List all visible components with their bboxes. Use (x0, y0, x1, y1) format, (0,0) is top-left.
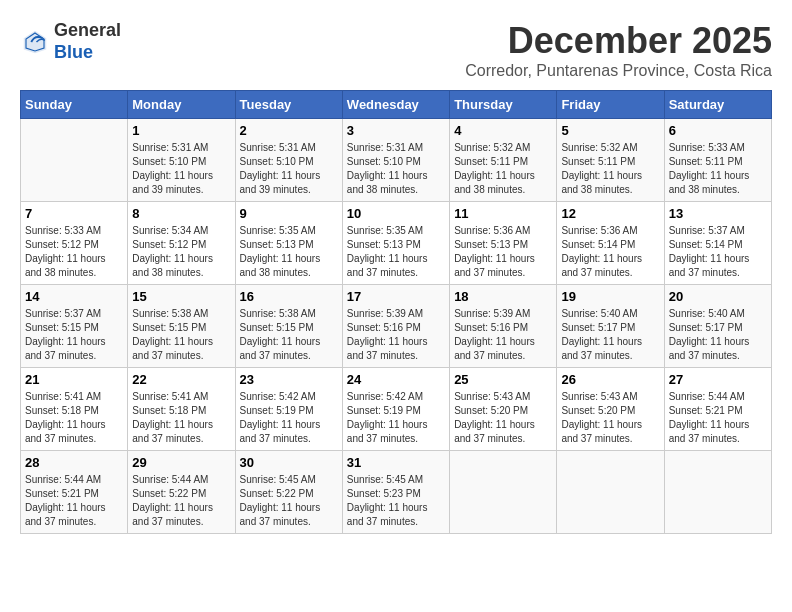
day-info: Sunrise: 5:35 AMSunset: 5:13 PMDaylight:… (240, 224, 338, 280)
day-info: Sunrise: 5:32 AMSunset: 5:11 PMDaylight:… (454, 141, 552, 197)
calendar-day-cell: 15Sunrise: 5:38 AMSunset: 5:15 PMDayligh… (128, 285, 235, 368)
day-info: Sunrise: 5:42 AMSunset: 5:19 PMDaylight:… (240, 390, 338, 446)
calendar-day-cell (664, 451, 771, 534)
day-number: 31 (347, 455, 445, 470)
calendar-day-cell: 29Sunrise: 5:44 AMSunset: 5:22 PMDayligh… (128, 451, 235, 534)
weekday-header-cell: Wednesday (342, 91, 449, 119)
logo: General Blue (20, 20, 121, 63)
month-title: December 2025 (465, 20, 772, 62)
day-number: 28 (25, 455, 123, 470)
calendar-day-cell: 4Sunrise: 5:32 AMSunset: 5:11 PMDaylight… (450, 119, 557, 202)
day-info: Sunrise: 5:42 AMSunset: 5:19 PMDaylight:… (347, 390, 445, 446)
calendar-day-cell: 1Sunrise: 5:31 AMSunset: 5:10 PMDaylight… (128, 119, 235, 202)
day-number: 13 (669, 206, 767, 221)
day-info: Sunrise: 5:45 AMSunset: 5:22 PMDaylight:… (240, 473, 338, 529)
weekday-header-cell: Sunday (21, 91, 128, 119)
day-number: 10 (347, 206, 445, 221)
calendar-day-cell (450, 451, 557, 534)
day-number: 23 (240, 372, 338, 387)
day-info: Sunrise: 5:41 AMSunset: 5:18 PMDaylight:… (25, 390, 123, 446)
calendar-day-cell: 10Sunrise: 5:35 AMSunset: 5:13 PMDayligh… (342, 202, 449, 285)
logo-blue-text: Blue (54, 42, 93, 62)
day-info: Sunrise: 5:39 AMSunset: 5:16 PMDaylight:… (454, 307, 552, 363)
day-info: Sunrise: 5:31 AMSunset: 5:10 PMDaylight:… (132, 141, 230, 197)
day-info: Sunrise: 5:37 AMSunset: 5:14 PMDaylight:… (669, 224, 767, 280)
day-info: Sunrise: 5:31 AMSunset: 5:10 PMDaylight:… (347, 141, 445, 197)
svg-marker-0 (24, 30, 47, 53)
day-number: 20 (669, 289, 767, 304)
calendar-day-cell: 6Sunrise: 5:33 AMSunset: 5:11 PMDaylight… (664, 119, 771, 202)
day-info: Sunrise: 5:32 AMSunset: 5:11 PMDaylight:… (561, 141, 659, 197)
calendar-week-row: 14Sunrise: 5:37 AMSunset: 5:15 PMDayligh… (21, 285, 772, 368)
calendar-day-cell (21, 119, 128, 202)
day-number: 9 (240, 206, 338, 221)
calendar-day-cell: 24Sunrise: 5:42 AMSunset: 5:19 PMDayligh… (342, 368, 449, 451)
day-info: Sunrise: 5:31 AMSunset: 5:10 PMDaylight:… (240, 141, 338, 197)
day-info: Sunrise: 5:33 AMSunset: 5:12 PMDaylight:… (25, 224, 123, 280)
day-number: 25 (454, 372, 552, 387)
weekday-header-cell: Friday (557, 91, 664, 119)
weekday-header-cell: Thursday (450, 91, 557, 119)
day-number: 27 (669, 372, 767, 387)
day-number: 1 (132, 123, 230, 138)
calendar-day-cell: 14Sunrise: 5:37 AMSunset: 5:15 PMDayligh… (21, 285, 128, 368)
calendar-body: 1Sunrise: 5:31 AMSunset: 5:10 PMDaylight… (21, 119, 772, 534)
day-number: 8 (132, 206, 230, 221)
calendar-day-cell: 27Sunrise: 5:44 AMSunset: 5:21 PMDayligh… (664, 368, 771, 451)
day-number: 7 (25, 206, 123, 221)
logo-general-text: General (54, 20, 121, 40)
calendar-day-cell: 8Sunrise: 5:34 AMSunset: 5:12 PMDaylight… (128, 202, 235, 285)
calendar-table: SundayMondayTuesdayWednesdayThursdayFrid… (20, 90, 772, 534)
day-number: 12 (561, 206, 659, 221)
calendar-day-cell: 31Sunrise: 5:45 AMSunset: 5:23 PMDayligh… (342, 451, 449, 534)
calendar-week-row: 1Sunrise: 5:31 AMSunset: 5:10 PMDaylight… (21, 119, 772, 202)
day-info: Sunrise: 5:40 AMSunset: 5:17 PMDaylight:… (561, 307, 659, 363)
calendar-week-row: 28Sunrise: 5:44 AMSunset: 5:21 PMDayligh… (21, 451, 772, 534)
location-title: Corredor, Puntarenas Province, Costa Ric… (465, 62, 772, 80)
day-number: 26 (561, 372, 659, 387)
day-number: 21 (25, 372, 123, 387)
day-number: 17 (347, 289, 445, 304)
calendar-day-cell: 23Sunrise: 5:42 AMSunset: 5:19 PMDayligh… (235, 368, 342, 451)
day-info: Sunrise: 5:34 AMSunset: 5:12 PMDaylight:… (132, 224, 230, 280)
day-info: Sunrise: 5:43 AMSunset: 5:20 PMDaylight:… (561, 390, 659, 446)
calendar-day-cell: 18Sunrise: 5:39 AMSunset: 5:16 PMDayligh… (450, 285, 557, 368)
logo-icon (20, 27, 50, 57)
day-number: 16 (240, 289, 338, 304)
day-number: 19 (561, 289, 659, 304)
day-number: 22 (132, 372, 230, 387)
day-info: Sunrise: 5:44 AMSunset: 5:22 PMDaylight:… (132, 473, 230, 529)
calendar-week-row: 7Sunrise: 5:33 AMSunset: 5:12 PMDaylight… (21, 202, 772, 285)
weekday-header-cell: Monday (128, 91, 235, 119)
day-info: Sunrise: 5:39 AMSunset: 5:16 PMDaylight:… (347, 307, 445, 363)
calendar-week-row: 21Sunrise: 5:41 AMSunset: 5:18 PMDayligh… (21, 368, 772, 451)
day-number: 6 (669, 123, 767, 138)
weekday-header-cell: Saturday (664, 91, 771, 119)
day-info: Sunrise: 5:41 AMSunset: 5:18 PMDaylight:… (132, 390, 230, 446)
calendar-day-cell (557, 451, 664, 534)
day-number: 15 (132, 289, 230, 304)
calendar-day-cell: 12Sunrise: 5:36 AMSunset: 5:14 PMDayligh… (557, 202, 664, 285)
day-number: 18 (454, 289, 552, 304)
day-number: 11 (454, 206, 552, 221)
calendar-day-cell: 21Sunrise: 5:41 AMSunset: 5:18 PMDayligh… (21, 368, 128, 451)
calendar-day-cell: 2Sunrise: 5:31 AMSunset: 5:10 PMDaylight… (235, 119, 342, 202)
day-number: 2 (240, 123, 338, 138)
calendar-day-cell: 16Sunrise: 5:38 AMSunset: 5:15 PMDayligh… (235, 285, 342, 368)
calendar-day-cell: 28Sunrise: 5:44 AMSunset: 5:21 PMDayligh… (21, 451, 128, 534)
day-number: 5 (561, 123, 659, 138)
day-info: Sunrise: 5:35 AMSunset: 5:13 PMDaylight:… (347, 224, 445, 280)
day-number: 30 (240, 455, 338, 470)
day-number: 14 (25, 289, 123, 304)
day-info: Sunrise: 5:36 AMSunset: 5:14 PMDaylight:… (561, 224, 659, 280)
calendar-day-cell: 17Sunrise: 5:39 AMSunset: 5:16 PMDayligh… (342, 285, 449, 368)
calendar-day-cell: 11Sunrise: 5:36 AMSunset: 5:13 PMDayligh… (450, 202, 557, 285)
day-number: 29 (132, 455, 230, 470)
calendar-day-cell: 9Sunrise: 5:35 AMSunset: 5:13 PMDaylight… (235, 202, 342, 285)
calendar-day-cell: 25Sunrise: 5:43 AMSunset: 5:20 PMDayligh… (450, 368, 557, 451)
day-info: Sunrise: 5:43 AMSunset: 5:20 PMDaylight:… (454, 390, 552, 446)
calendar-day-cell: 26Sunrise: 5:43 AMSunset: 5:20 PMDayligh… (557, 368, 664, 451)
day-number: 4 (454, 123, 552, 138)
day-info: Sunrise: 5:40 AMSunset: 5:17 PMDaylight:… (669, 307, 767, 363)
calendar-day-cell: 22Sunrise: 5:41 AMSunset: 5:18 PMDayligh… (128, 368, 235, 451)
